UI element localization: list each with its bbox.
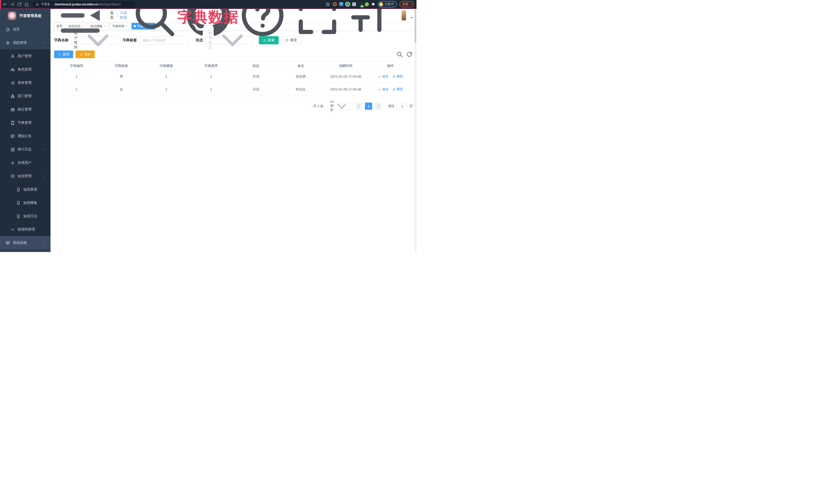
edit-link[interactable]: 修改: [378, 87, 388, 92]
user-avatar[interactable]: [402, 10, 406, 21]
browser-menu-kebab-icon[interactable]: [409, 3, 413, 6]
online-user-icon: [10, 161, 15, 165]
sidebar-logo[interactable]: 芋道管理系统: [0, 9, 50, 23]
sidebar-item[interactable]: 短信渠道: [0, 183, 50, 196]
page-scrollbar[interactable]: [414, 9, 416, 252]
chevron-down-icon: [43, 241, 46, 244]
annotation-title-overlay: 字典数据: [177, 7, 239, 27]
profile-paused-badge[interactable]: 已暂停: [378, 1, 397, 7]
delete-link[interactable]: 删除: [392, 74, 403, 79]
insecure-warning-icon: [35, 3, 39, 6]
pencil-icon: [378, 88, 381, 91]
delete-link[interactable]: 删除: [392, 87, 403, 92]
table-column-header: 字典键值: [144, 62, 189, 70]
address-bar[interactable]: 不安全 dashboard.yudao.iocoder.cn/dict/type…: [32, 1, 136, 7]
prev-page-button[interactable]: [355, 102, 362, 110]
edit-link[interactable]: 修改: [378, 74, 388, 79]
phone-icon: [16, 187, 21, 192]
sidebar-item[interactable]: 字典管理: [0, 116, 50, 129]
browser-home-icon[interactable]: [24, 2, 29, 7]
table-cell-status: 开启: [234, 83, 278, 96]
phone-icon: [16, 201, 21, 205]
breadcrumb: 首页 / 字典数据: [110, 11, 129, 20]
sidebar-item-label: 岗位管理: [18, 107, 31, 112]
extension-icon[interactable]: ✓: [346, 2, 350, 6]
page-size-select[interactable]: 10条/页: [327, 102, 353, 110]
add-button[interactable]: 新增: [54, 50, 73, 58]
dict-data-table: 字典编码字典标签字典键值字典排序状态备注创建时间操作 1男11开启性别男2021…: [54, 61, 413, 96]
browser-back-icon[interactable]: [3, 2, 8, 7]
sidebar-item[interactable]: 错误码管理: [0, 223, 50, 236]
extension-icon[interactable]: on: [359, 2, 362, 6]
sidebar-item[interactable]: 部门管理: [0, 90, 50, 103]
sidebar-item-label: 在线用户: [18, 161, 31, 165]
plus-icon: [58, 53, 61, 56]
browser-update-button[interactable]: 更新: [399, 1, 414, 7]
bookmark-star-icon[interactable]: [325, 2, 330, 7]
sidebar-item[interactable]: 基础设施: [0, 236, 50, 249]
sms-shield-icon: [10, 174, 15, 178]
sidebar-item[interactable]: 岗位管理: [0, 103, 50, 116]
extension-icon[interactable]: [352, 2, 356, 6]
sidebar-item-label: 角色管理: [18, 67, 31, 72]
url-domain: dashboard.yudao.iocoder.cn: [54, 3, 98, 6]
sidebar-item[interactable]: 通知公告: [0, 129, 50, 143]
sidebar-item[interactable]: 审计日志: [0, 143, 50, 156]
download-icon: [79, 53, 83, 56]
sidebar-item-label: 短信管理: [18, 174, 31, 178]
dashboard-icon: [6, 27, 10, 32]
org-tree-icon: [10, 94, 15, 98]
extensions-puzzle-icon[interactable]: [372, 2, 375, 6]
trash-icon: [392, 75, 396, 78]
goto-label: 前往: [388, 104, 395, 109]
current-page-button[interactable]: 1: [365, 102, 372, 110]
extension-icon[interactable]: [333, 2, 337, 6]
table-column-header: 字典编码: [54, 62, 99, 70]
table-row: 2女22开启性别女2021-01-05 17:03:48修改删除: [54, 83, 413, 96]
table-cell-remark: 性别男: [278, 70, 323, 83]
chevron-down-icon: [43, 148, 46, 151]
close-icon[interactable]: [125, 25, 128, 27]
briefcase-icon: [10, 107, 15, 112]
extension-icon[interactable]: [339, 2, 343, 6]
sidebar-item-label: 短信渠道: [23, 187, 37, 192]
refresh-table-button[interactable]: [406, 51, 413, 58]
next-page-button[interactable]: [375, 102, 382, 110]
sidebar-item[interactable]: 在线用户: [0, 156, 50, 169]
table-cell-remark: 性别女: [278, 83, 323, 96]
table-cell-sort: 2: [189, 83, 234, 96]
avatar-chevron-down-icon[interactable]: [411, 17, 413, 19]
gear-icon: [6, 41, 10, 45]
scrollbar-thumb[interactable]: [415, 9, 416, 43]
goto-page-input[interactable]: [397, 102, 407, 110]
table-cell-actions: 修改删除: [368, 70, 413, 83]
sidebar-item[interactable]: 短信管理: [0, 169, 50, 183]
toggle-search-button[interactable]: [396, 51, 403, 58]
trash-icon: [392, 88, 396, 91]
table-column-header: 操作: [368, 62, 413, 70]
sidebar: 芋道管理系统 首页系统管理用户管理角色管理菜单管理部门管理岗位管理字典管理通知公…: [0, 9, 50, 252]
extension-icon[interactable]: [365, 2, 369, 6]
audit-log-icon: [10, 147, 15, 152]
menu-list-icon: [10, 81, 15, 85]
browser-forward-icon[interactable]: [10, 2, 15, 7]
sidebar-item[interactable]: 首页: [0, 23, 50, 36]
sidebar-item[interactable]: 系统管理: [0, 36, 50, 49]
export-button[interactable]: 导出: [76, 50, 95, 58]
sidebar-item[interactable]: 用户管理: [0, 49, 50, 63]
sidebar-item[interactable]: 短信日志: [0, 210, 50, 223]
main-area: 首页 / 字典数据 首页短信日志短信模板字典管理字典数据 字典名称 用户性别 字…: [50, 9, 416, 252]
sidebar-item[interactable]: 短信模板: [0, 196, 50, 210]
sidebar-item-label: 通知公告: [18, 134, 31, 139]
sidebar-item[interactable]: 角色管理: [0, 63, 50, 76]
sidebar-item[interactable]: 菜单管理: [0, 76, 50, 90]
pagination-total: 共 2 条: [313, 104, 324, 109]
browser-reload-icon[interactable]: [17, 2, 22, 7]
table-body: 1男11开启性别男2021-01-05 17:03:48修改删除2女22开启性别…: [54, 70, 413, 96]
breadcrumb-separator: /: [117, 13, 118, 18]
sidebar-item-label: 系统管理: [13, 41, 27, 45]
table-cell-actions: 修改删除: [368, 83, 413, 96]
paused-label: 已暂停: [385, 2, 394, 6]
table-row: 1男11开启性别男2021-01-05 17:03:48修改删除: [54, 70, 413, 83]
breadcrumb-home[interactable]: 首页: [110, 11, 115, 20]
